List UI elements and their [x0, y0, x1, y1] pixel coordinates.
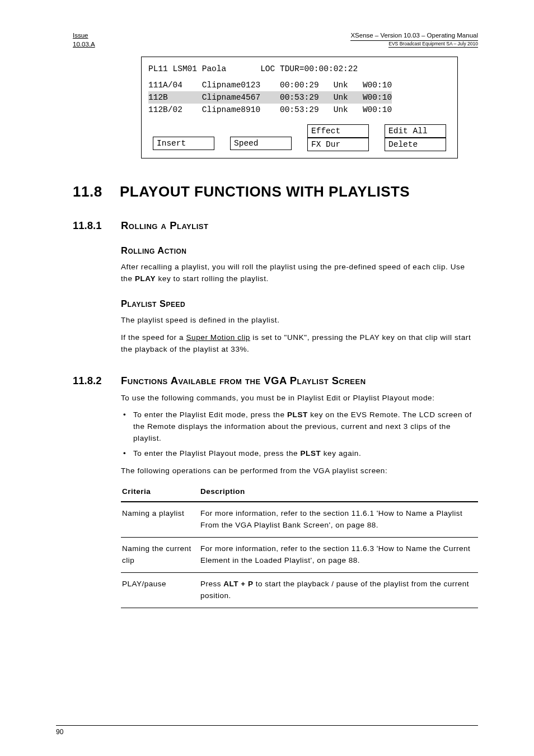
lcd-row-1: 112B Clipname4567 00:53:29 Unk W00:10 — [148, 91, 451, 104]
lcd-btn-edit-all[interactable]: Edit All — [385, 124, 446, 138]
lcd-btn-delete[interactable]: Delete — [385, 138, 446, 151]
header-issue-no: 10.03.A — [73, 40, 95, 49]
section-number: 11.8 — [73, 183, 107, 200]
description-cell: For more information, refer to the secti… — [199, 537, 478, 572]
table-row: Naming a playlist For more information, … — [121, 502, 478, 537]
table-row: Naming the current clip For more informa… — [121, 537, 478, 572]
description-cell: Press ALT + P to start the playback / pa… — [199, 572, 478, 608]
rolling-action-text: After recalling a playlist, you will rol… — [121, 262, 478, 285]
lcd-btn-effect[interactable]: Effect — [307, 124, 369, 138]
s2-bullet-2: To enter the Playlist Playout mode, pres… — [121, 448, 478, 460]
s2-intro: To use the following commands, you must … — [121, 393, 478, 404]
lcd-title-right: LOC TDUR=00:00:02:22 — [260, 64, 358, 73]
alt-p-key: ALT + P — [223, 580, 253, 588]
criteria-header: Criteria — [121, 483, 199, 502]
subsection-2-title: Functions Available from the VGA Playlis… — [121, 375, 366, 387]
lcd-btn-c2-top-blank — [230, 124, 292, 137]
subsection-1-number: 11.8.1 — [73, 220, 111, 232]
playlist-speed-p1: The playlist speed is defined in the pla… — [121, 315, 478, 326]
criteria-cell: Naming the current clip — [121, 537, 199, 572]
s2-bullet-list: To enter the Playlist Edit mode, press t… — [121, 409, 478, 460]
plst-key-1: PLST — [287, 410, 308, 419]
criteria-table: Criteria Description Naming a playlist F… — [121, 483, 478, 608]
s2-bullet-1: To enter the Playlist Edit mode, press t… — [121, 409, 478, 445]
lcd-row-0: 111A/04 Clipname0123 00:00:29 Unk W00:10 — [148, 79, 451, 91]
table-row: PLAY/pause Press ALT + P to start the pl… — [121, 572, 478, 608]
description-cell: For more information, refer to the secti… — [199, 502, 478, 537]
super-motion-clip-link: Super Motion clip — [186, 333, 250, 342]
criteria-cell: Naming a playlist — [121, 502, 199, 537]
subsection-2-number: 11.8.2 — [73, 375, 111, 387]
lcd-title-left: PL11 LSM01 Paola — [148, 64, 226, 73]
rolling-action-heading: Rolling Action — [121, 245, 478, 256]
playlist-speed-p2: If the speed for a Super Motion clip is … — [121, 332, 478, 356]
s2-after: The following operations can be performe… — [121, 465, 478, 477]
lcd-display: PL11 LSM01 Paola LOC TDUR=00:00:02:22 11… — [141, 57, 458, 158]
lcd-button-row: Insert Speed Effect FX Dur Edit All Dele… — [148, 124, 451, 151]
header-company: EVS Broadcast Equipment SA – July 2010 — [388, 41, 478, 48]
subsection-1-title: Rolling a Playlist — [121, 220, 208, 232]
plst-key-2: PLST — [301, 449, 321, 458]
play-key: PLAY — [135, 274, 156, 283]
section-title: PLAYOUT FUNCTIONS WITH PLAYLISTS — [120, 183, 410, 200]
playlist-speed-heading: Playlist Speed — [121, 298, 478, 309]
lcd-btn-speed[interactable]: Speed — [230, 137, 292, 150]
lcd-row-2: 112B/02 Clipname8910 00:53:29 Unk W00:10 — [148, 104, 451, 116]
page-footer: 90 — [56, 725, 478, 736]
section-heading: 11.8 PLAYOUT FUNCTIONS WITH PLAYLISTS — [73, 183, 478, 200]
lcd-btn-insert[interactable]: Insert — [153, 137, 214, 150]
subsection-2-heading: 11.8.2 Functions Available from the VGA … — [73, 375, 478, 387]
header-issue: Issue — [73, 31, 95, 40]
lcd-title-line: PL11 LSM01 Paola LOC TDUR=00:00:02:22 — [148, 63, 451, 75]
criteria-cell: PLAY/pause — [121, 572, 199, 608]
subsection-1-heading: 11.8.1 Rolling a Playlist — [73, 220, 478, 232]
header-product: XSense – Version 10.03 – Operating Manua… — [350, 31, 478, 41]
lcd-btn-c1-top-blank — [153, 124, 214, 137]
page-header: Issue 10.03.A XSense – Version 10.03 – O… — [73, 31, 478, 50]
description-header: Description — [199, 483, 478, 502]
page-number: 90 — [56, 728, 63, 736]
lcd-btn-fx-dur[interactable]: FX Dur — [307, 138, 369, 151]
